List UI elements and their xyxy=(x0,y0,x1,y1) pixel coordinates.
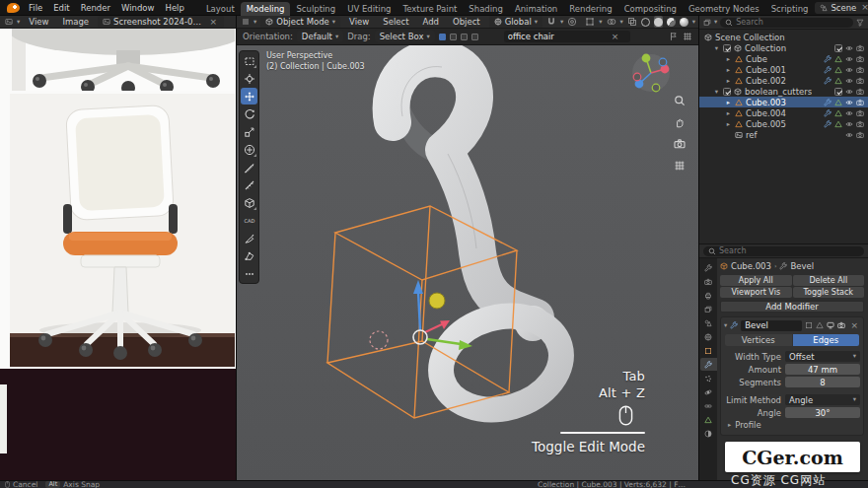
close-image-icon[interactable]: × xyxy=(208,18,220,27)
props-tab-modifiers-icon[interactable] xyxy=(700,358,717,371)
properties-search-input[interactable] xyxy=(719,246,859,255)
viewport-menu-select[interactable]: Select xyxy=(378,17,413,27)
render-camera-icon[interactable] xyxy=(856,77,864,85)
props-tab-viewlayer-icon[interactable] xyxy=(700,303,717,315)
render-camera-icon[interactable] xyxy=(856,99,864,106)
tab-uv-editing[interactable]: UV Editing xyxy=(341,2,397,16)
tab-rendering[interactable]: Rendering xyxy=(563,2,617,16)
props-tab-data-icon[interactable] xyxy=(700,413,717,426)
modifier-wrench-icon[interactable] xyxy=(824,77,832,85)
filter-funnel-icon[interactable] xyxy=(856,19,864,27)
pan-hand-icon[interactable] xyxy=(674,116,686,128)
unlink-scene-icon[interactable]: × xyxy=(859,3,868,12)
viewport-vis-button[interactable]: Viewport Vis xyxy=(720,287,792,298)
active-drag-handle[interactable] xyxy=(429,293,445,309)
shading-solid-button[interactable] xyxy=(654,16,663,28)
render-camera-icon[interactable] xyxy=(856,120,864,128)
outliner-search[interactable] xyxy=(720,18,853,28)
props-tab-object-icon[interactable] xyxy=(700,344,717,357)
outliner-row-scene-collection[interactable]: Scene Collection xyxy=(699,32,868,42)
tab-geometry-nodes[interactable]: Geometry Nodes xyxy=(683,2,765,16)
properties-search[interactable] xyxy=(703,246,864,256)
tool-rotate[interactable] xyxy=(241,105,257,122)
navigation-gizmo[interactable] xyxy=(632,54,670,92)
profile-section-header[interactable]: ▸ Profile xyxy=(724,419,860,431)
amount-field[interactable]: 47 mm xyxy=(785,364,860,375)
eye-icon[interactable] xyxy=(845,55,853,63)
selectable-checkbox[interactable] xyxy=(834,88,842,96)
viewport-display-toggle-icon[interactable] xyxy=(827,321,834,329)
tab-layout[interactable]: Layout xyxy=(200,2,241,16)
menu-help[interactable]: Help xyxy=(160,3,188,13)
shading-wireframe-button[interactable] xyxy=(641,16,650,28)
modifier-wrench-icon[interactable] xyxy=(824,120,832,128)
select-mode-new-icon[interactable] xyxy=(439,34,446,40)
props-tab-physics-icon[interactable] xyxy=(700,385,717,398)
outliner-row-cube-005[interactable]: ▸ Cube.005 xyxy=(699,118,868,129)
viewport-menu-object[interactable]: Object xyxy=(448,17,485,27)
scene-selector[interactable]: Scene × xyxy=(815,2,868,14)
image-datablock-selector[interactable]: Screenshot 2024-05-05 23:… × xyxy=(98,16,224,28)
object-name-field[interactable]: × xyxy=(504,31,630,42)
blender-logo-icon[interactable] xyxy=(7,3,20,13)
mode-selector[interactable]: Object Mode ▾ xyxy=(260,16,340,28)
outliner-row-ref[interactable]: ref xyxy=(699,129,868,140)
options-grid-icon[interactable] xyxy=(683,32,692,41)
modifier-name-field[interactable]: Bevel xyxy=(741,320,802,331)
perspective-toggle-icon[interactable] xyxy=(674,160,686,172)
outliner-row-cube[interactable]: ▸ Cube xyxy=(699,53,868,64)
orientation-setting-dropdown[interactable]: Default ▾ xyxy=(297,31,343,42)
proportional-edit-icon[interactable] xyxy=(567,17,577,27)
xray-toggle-icon[interactable] xyxy=(627,17,637,27)
zoom-icon[interactable] xyxy=(674,95,686,106)
show-gizmo-icon[interactable] xyxy=(585,17,595,27)
expand-arrow-icon[interactable]: ▸ xyxy=(725,120,732,128)
tool-extra[interactable] xyxy=(241,265,257,282)
tool-cursor[interactable] xyxy=(241,70,257,87)
edit-mode-toggle-icon[interactable] xyxy=(805,321,813,329)
outliner-row-cube-002[interactable]: ▸ Cube.002 xyxy=(699,75,868,86)
render-camera-icon[interactable] xyxy=(856,66,864,74)
render-camera-icon[interactable] xyxy=(856,55,864,63)
affect-vertices-button[interactable]: Vertices xyxy=(725,334,792,346)
eye-icon[interactable] xyxy=(845,109,853,117)
transform-orientation-selector[interactable]: Global ▾ xyxy=(489,16,542,28)
tab-scripting[interactable]: Scripting xyxy=(765,2,815,16)
viewport-canvas[interactable]: CAD User Perspective (2) Collection | Cu… xyxy=(237,45,698,480)
props-tab-tool-icon[interactable] xyxy=(700,261,717,274)
shading-rendered-button[interactable] xyxy=(680,16,688,28)
tool-cad[interactable]: CAD xyxy=(241,212,257,229)
tool-knife[interactable] xyxy=(241,230,257,246)
annotation-flag-icon[interactable] xyxy=(669,32,679,41)
eye-icon[interactable] xyxy=(845,88,853,96)
toggle-stack-button[interactable]: Toggle Stack xyxy=(793,287,865,298)
outliner-search-input[interactable] xyxy=(736,18,848,27)
expand-arrow-icon[interactable]: ▸ xyxy=(725,109,732,117)
render-camera-icon[interactable] xyxy=(856,44,864,52)
render-display-toggle-icon[interactable] xyxy=(837,321,845,329)
tab-compositing[interactable]: Compositing xyxy=(618,2,683,16)
tab-sculpting[interactable]: Sculpting xyxy=(290,2,341,16)
select-mode-intersect-icon[interactable] xyxy=(471,34,478,40)
tool-annotate[interactable] xyxy=(241,159,257,175)
expand-arrow-icon[interactable]: ▸ xyxy=(725,66,732,74)
props-tab-scene-icon[interactable] xyxy=(700,316,717,329)
tab-texture-paint[interactable]: Texture Paint xyxy=(398,2,464,16)
tool-scale[interactable] xyxy=(241,123,257,140)
camera-view-icon[interactable] xyxy=(674,138,686,150)
props-tab-particles-icon[interactable] xyxy=(700,372,717,384)
eye-icon[interactable] xyxy=(845,66,853,74)
remove-modifier-icon[interactable]: × xyxy=(848,321,860,330)
expand-arrow-icon[interactable]: ▸ xyxy=(725,77,732,85)
modifier-wrench-icon[interactable] xyxy=(824,66,832,74)
shading-material-button[interactable] xyxy=(667,16,676,28)
affect-edges-button[interactable]: Edges xyxy=(793,334,860,346)
props-tab-material-icon[interactable] xyxy=(700,427,717,440)
outliner-row-cube-004[interactable]: ▸ Cube.004 xyxy=(699,107,868,118)
expand-arrow-icon[interactable]: ▾ xyxy=(713,44,720,52)
viewport-menu-add[interactable]: Add xyxy=(417,17,443,27)
render-camera-icon[interactable] xyxy=(856,88,864,96)
eye-icon[interactable] xyxy=(845,99,853,106)
angle-field[interactable]: 30° xyxy=(785,407,860,418)
tab-shading[interactable]: Shading xyxy=(463,2,509,16)
